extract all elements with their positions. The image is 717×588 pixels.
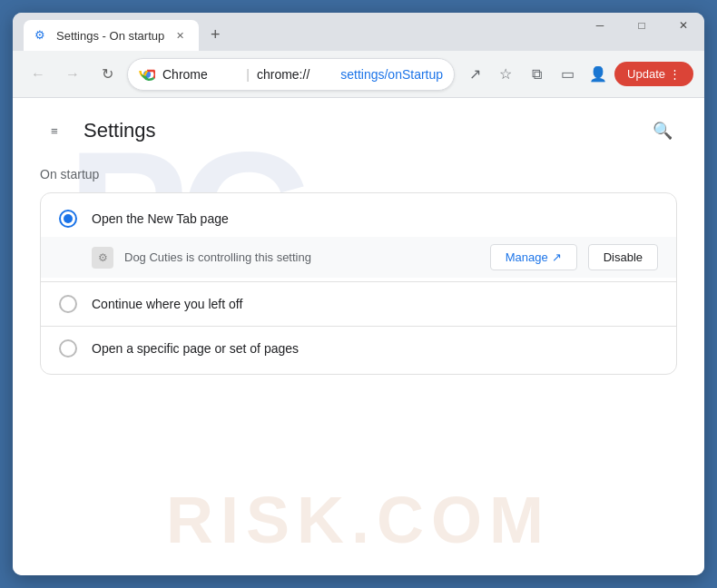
startup-options-card: Open the New Tab page ⚙ Dog Cuties is co… xyxy=(40,192,677,375)
tab-title: Settings - On startup xyxy=(56,29,164,43)
hamburger-icon: ≡ xyxy=(51,124,58,138)
update-button[interactable]: Update ⋮ xyxy=(614,62,693,86)
browser-name-text: Chrome xyxy=(162,67,239,82)
url-path: settings/onStartup xyxy=(340,67,443,82)
settings-wrapper: ≡ Settings 🔍 On startup Open the New Tab… xyxy=(13,98,704,393)
divider-2 xyxy=(41,326,676,327)
settings-search-button[interactable]: 🔍 xyxy=(648,116,677,145)
bookmark-button[interactable]: ☆ xyxy=(491,60,520,89)
title-bar: ⚙ Settings - On startup ✕ + ─ □ ✕ xyxy=(13,13,704,51)
extension-control-text: Dog Cuties is controlling this setting xyxy=(124,250,479,264)
settings-header: ≡ Settings 🔍 xyxy=(40,116,677,145)
settings-title-area: ≡ Settings xyxy=(40,116,156,145)
window-controls: ─ □ ✕ xyxy=(579,13,704,38)
toolbar-actions: ↗ ☆ ⧉ ▭ 👤 Update ⋮ xyxy=(460,60,693,89)
address-bar[interactable]: Chrome | chrome://settings/onStartup xyxy=(127,58,455,91)
menu-toggle-button[interactable]: ≡ xyxy=(40,116,69,145)
option-specific-page[interactable]: Open a specific page or set of pages xyxy=(41,330,676,367)
radio-new-tab[interactable] xyxy=(59,210,77,228)
maximize-button[interactable]: □ xyxy=(621,13,663,38)
tab-close-button[interactable]: ✕ xyxy=(172,27,188,44)
forward-button[interactable]: → xyxy=(58,60,87,89)
radio-continue[interactable] xyxy=(59,295,77,313)
toolbar: ← → ↻ Chrome | chrome://settings/onStart… xyxy=(13,51,704,98)
divider-1 xyxy=(41,281,676,282)
settings-page-title: Settings xyxy=(83,119,156,142)
sidebar-button[interactable]: ▭ xyxy=(553,60,582,89)
back-button[interactable]: ← xyxy=(24,60,53,89)
section-title: On startup xyxy=(40,167,677,181)
option-continue-label: Continue where you left off xyxy=(92,297,242,311)
extension-icon: ⚙ xyxy=(92,247,113,269)
watermark-risk-text: RISK.COM xyxy=(31,483,686,557)
external-link-icon: ↗ xyxy=(552,250,562,264)
minimize-button[interactable]: ─ xyxy=(579,13,621,38)
radio-specific-page[interactable] xyxy=(59,339,77,358)
option-specific-page-label: Open a specific page or set of pages xyxy=(92,341,299,356)
manage-button[interactable]: Manage ↗ xyxy=(490,244,577,270)
option-continue[interactable]: Continue where you left off xyxy=(41,286,676,322)
tab-favicon: ⚙ xyxy=(34,28,49,43)
search-icon: 🔍 xyxy=(653,121,673,141)
option-new-tab-label: Open the New Tab page xyxy=(92,211,229,226)
reload-button[interactable]: ↻ xyxy=(93,60,122,89)
url-prefix: chrome:// xyxy=(257,67,333,82)
disable-button[interactable]: Disable xyxy=(588,244,658,270)
browser-window: ⚙ Settings - On startup ✕ + ─ □ ✕ ← → ↻ xyxy=(13,13,704,575)
browser-logo-icon xyxy=(139,66,155,83)
option-new-tab[interactable]: Open the New Tab page xyxy=(41,201,676,237)
profile-button[interactable]: 👤 xyxy=(584,60,613,89)
extensions-button[interactable]: ⧉ xyxy=(522,60,551,89)
share-button[interactable]: ↗ xyxy=(460,60,489,89)
new-tab-button[interactable]: + xyxy=(202,22,228,47)
close-button[interactable]: ✕ xyxy=(663,13,704,38)
extension-control-row: ⚙ Dog Cuties is controlling this setting… xyxy=(41,237,676,278)
active-tab[interactable]: ⚙ Settings - On startup ✕ xyxy=(24,20,199,51)
page-content: PC RISK.COM ≡ Settings 🔍 On startup xyxy=(13,98,704,575)
